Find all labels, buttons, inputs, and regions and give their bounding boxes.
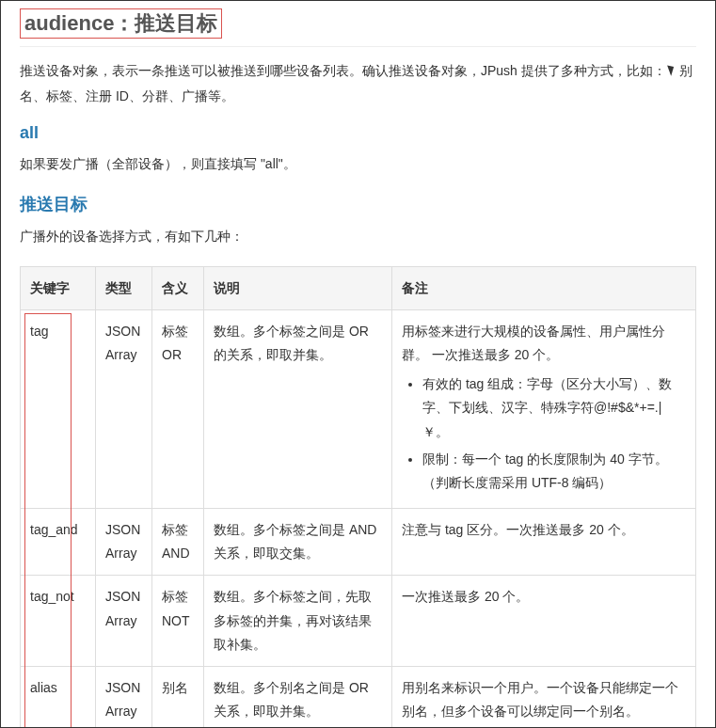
cell-key: alias [21,667,96,729]
note-main: 一次推送最多 20 个。 [402,589,529,604]
cursor-icon [666,64,679,79]
cell-desc: 数组。多个别名之间是 OR 关系，即取并集。 [204,667,392,729]
table-row: tag_notJSON Array标签NOT数组。多个标签之间，先取多标签的并集… [21,576,696,667]
cell-meaning: 标签NOT [152,576,204,667]
note-bullet-item: 限制：每一个 tag 的长度限制为 40 字节。（判断长度需采用 UTF-8 编… [422,448,686,495]
cell-note: 用别名来标识一个用户。一个设备只能绑定一个别名，但多个设备可以绑定同一个别名。 [392,667,696,729]
intro-paragraph: 推送设备对象，表示一条推送可以被推送到哪些设备列表。确认推送设备对象，JPush… [20,58,696,108]
th-note: 备注 [392,266,696,309]
title-highlight: audience：推送目标 [20,8,222,39]
section-target-text: 广播外的设备选择方式，有如下几种： [20,225,696,248]
cell-key: tag_and [21,509,96,576]
page-title: audience：推送目标 [20,1,696,47]
cell-meaning: 别名 [152,667,204,729]
cell-type: JSON Array [96,667,152,729]
document-frame: audience：推送目标 推送设备对象，表示一条推送可以被推送到哪些设备列表。… [0,0,716,728]
section-all-heading: all [20,123,696,143]
section-target-heading: 推送目标 [20,193,696,215]
th-key: 关键字 [21,266,96,309]
cell-key: tag_not [21,576,96,667]
table-header-row: 关键字 类型 含义 说明 备注 [21,266,696,309]
th-desc: 说明 [204,266,392,309]
cell-note: 注意与 tag 区分。一次推送最多 20 个。 [392,509,696,576]
cell-type: JSON Array [96,576,152,667]
note-bullets: 有效的 tag 组成：字母（区分大小写）、数字、下划线、汉字、特殊字符@!#$&… [402,372,686,495]
note-main: 用别名来标识一个用户。一个设备只能绑定一个别名，但多个设备可以绑定同一个别名。 [402,680,678,719]
cell-meaning: 标签OR [152,309,204,508]
cell-note: 用标签来进行大规模的设备属性、用户属性分群。 一次推送最多 20 个。有效的 t… [392,309,696,508]
cell-note: 一次推送最多 20 个。 [392,576,696,667]
table-wrapper: 关键字 类型 含义 说明 备注 tagJSON Array标签OR数组。多个标签… [20,266,696,728]
note-main: 用标签来进行大规模的设备属性、用户属性分群。 一次推送最多 20 个。 [402,324,665,362]
cell-type: JSON Array [96,509,152,576]
note-bullet-item: 有效的 tag 组成：字母（区分大小写）、数字、下划线、汉字、特殊字符@!#$&… [422,372,686,444]
cell-desc: 数组。多个标签之间，先取多标签的并集，再对该结果取补集。 [204,576,392,667]
cell-meaning: 标签AND [152,509,204,576]
table-row: tag_andJSON Array标签AND数组。多个标签之间是 AND 关系，… [21,509,696,576]
th-type: 类型 [96,266,152,309]
th-meaning: 含义 [152,266,204,309]
table-row: tagJSON Array标签OR数组。多个标签之间是 OR 的关系，即取并集。… [21,309,696,508]
intro-text-1: 推送设备对象，表示一条推送可以被推送到哪些设备列表。确认推送设备对象，JPush… [20,63,666,78]
cell-desc: 数组。多个标签之间是 OR 的关系，即取并集。 [204,309,392,508]
table-row: aliasJSON Array别名数组。多个别名之间是 OR 关系，即取并集。用… [21,667,696,729]
cell-type: JSON Array [96,309,152,508]
content-area: 推送设备对象，表示一条推送可以被推送到哪些设备列表。确认推送设备对象，JPush… [1,58,715,728]
cell-key: tag [21,309,96,508]
note-main: 注意与 tag 区分。一次推送最多 20 个。 [402,522,634,537]
audience-table: 关键字 类型 含义 说明 备注 tagJSON Array标签OR数组。多个标签… [20,266,696,728]
cell-desc: 数组。多个标签之间是 AND 关系，即取交集。 [204,509,392,576]
section-all-text: 如果要发广播（全部设备），则直接填写 "all"。 [20,152,696,176]
